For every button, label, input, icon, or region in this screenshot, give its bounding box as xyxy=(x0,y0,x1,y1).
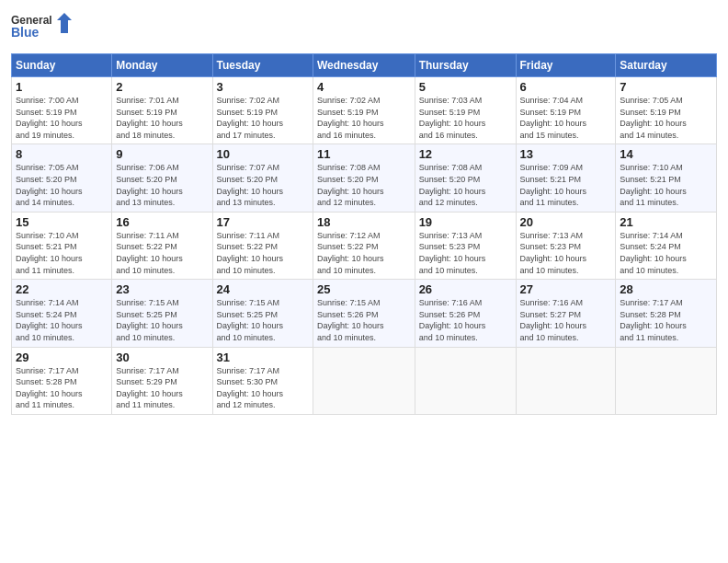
calendar-cell: 28Sunrise: 7:17 AM Sunset: 5:28 PM Dayli… xyxy=(616,280,717,347)
day-number: 13 xyxy=(520,147,612,161)
day-number: 25 xyxy=(317,282,411,296)
day-number: 30 xyxy=(116,350,208,364)
calendar-cell: 10Sunrise: 7:07 AM Sunset: 5:20 PM Dayli… xyxy=(212,144,313,212)
weekday-header: Tuesday xyxy=(212,54,313,77)
calendar-table: SundayMondayTuesdayWednesdayThursdayFrid… xyxy=(11,53,717,415)
day-number: 26 xyxy=(419,282,512,296)
day-info: Sunrise: 7:08 AM Sunset: 5:20 PM Dayligh… xyxy=(317,162,411,208)
calendar-cell: 17Sunrise: 7:11 AM Sunset: 5:22 PM Dayli… xyxy=(212,212,313,279)
day-info: Sunrise: 7:10 AM Sunset: 5:21 PM Dayligh… xyxy=(620,162,712,208)
day-number: 5 xyxy=(419,80,512,94)
day-info: Sunrise: 7:17 AM Sunset: 5:29 PM Dayligh… xyxy=(116,365,208,411)
calendar-cell: 4Sunrise: 7:02 AM Sunset: 5:19 PM Daylig… xyxy=(313,77,415,144)
day-number: 7 xyxy=(620,80,712,94)
day-info: Sunrise: 7:12 AM Sunset: 5:22 PM Dayligh… xyxy=(317,230,411,276)
calendar-cell: 11Sunrise: 7:08 AM Sunset: 5:20 PM Dayli… xyxy=(313,144,415,212)
calendar-cell: 25Sunrise: 7:15 AM Sunset: 5:26 PM Dayli… xyxy=(313,280,415,347)
day-info: Sunrise: 7:06 AM Sunset: 5:20 PM Dayligh… xyxy=(116,162,208,208)
day-info: Sunrise: 7:04 AM Sunset: 5:19 PM Dayligh… xyxy=(520,95,612,141)
logo-svg: General Blue xyxy=(11,9,75,46)
weekday-header: Monday xyxy=(112,54,212,77)
svg-text:Blue: Blue xyxy=(11,25,40,40)
day-info: Sunrise: 7:03 AM Sunset: 5:19 PM Dayligh… xyxy=(419,95,512,141)
calendar-cell: 7Sunrise: 7:05 AM Sunset: 5:19 PM Daylig… xyxy=(616,77,717,144)
day-number: 19 xyxy=(419,215,512,229)
day-info: Sunrise: 7:00 AM Sunset: 5:19 PM Dayligh… xyxy=(16,95,108,141)
calendar-cell: 23Sunrise: 7:15 AM Sunset: 5:25 PM Dayli… xyxy=(112,280,212,347)
day-number: 1 xyxy=(16,80,108,94)
calendar-cell xyxy=(516,347,616,414)
day-info: Sunrise: 7:14 AM Sunset: 5:24 PM Dayligh… xyxy=(16,297,108,343)
calendar-cell: 15Sunrise: 7:10 AM Sunset: 5:21 PM Dayli… xyxy=(12,212,112,279)
calendar-cell: 29Sunrise: 7:17 AM Sunset: 5:28 PM Dayli… xyxy=(12,347,112,414)
calendar-cell: 2Sunrise: 7:01 AM Sunset: 5:19 PM Daylig… xyxy=(112,77,212,144)
day-number: 11 xyxy=(317,147,411,161)
day-number: 3 xyxy=(217,80,309,94)
weekday-header: Saturday xyxy=(616,54,717,77)
calendar-cell: 30Sunrise: 7:17 AM Sunset: 5:29 PM Dayli… xyxy=(112,347,212,414)
day-info: Sunrise: 7:07 AM Sunset: 5:20 PM Dayligh… xyxy=(217,162,309,208)
page-container: General Blue SundayMondayTuesdayWednesda… xyxy=(0,0,728,563)
day-number: 28 xyxy=(620,282,712,296)
day-number: 4 xyxy=(317,80,411,94)
calendar-cell: 24Sunrise: 7:15 AM Sunset: 5:25 PM Dayli… xyxy=(212,280,313,347)
day-info: Sunrise: 7:02 AM Sunset: 5:19 PM Dayligh… xyxy=(217,95,309,141)
calendar-cell: 12Sunrise: 7:08 AM Sunset: 5:20 PM Dayli… xyxy=(415,144,516,212)
day-number: 9 xyxy=(116,147,208,161)
calendar-cell: 9Sunrise: 7:06 AM Sunset: 5:20 PM Daylig… xyxy=(112,144,212,212)
day-info: Sunrise: 7:17 AM Sunset: 5:30 PM Dayligh… xyxy=(217,365,309,411)
day-number: 21 xyxy=(620,215,712,229)
day-number: 8 xyxy=(16,147,108,161)
calendar-cell: 13Sunrise: 7:09 AM Sunset: 5:21 PM Dayli… xyxy=(516,144,616,212)
day-info: Sunrise: 7:08 AM Sunset: 5:20 PM Dayligh… xyxy=(419,162,512,208)
svg-marker-2 xyxy=(57,13,72,33)
calendar-week-row: 1Sunrise: 7:00 AM Sunset: 5:19 PM Daylig… xyxy=(12,77,717,144)
calendar-cell xyxy=(415,347,516,414)
calendar-cell: 3Sunrise: 7:02 AM Sunset: 5:19 PM Daylig… xyxy=(212,77,313,144)
day-info: Sunrise: 7:16 AM Sunset: 5:26 PM Dayligh… xyxy=(419,297,512,343)
day-info: Sunrise: 7:15 AM Sunset: 5:25 PM Dayligh… xyxy=(217,297,309,343)
day-number: 2 xyxy=(116,80,208,94)
day-info: Sunrise: 7:10 AM Sunset: 5:21 PM Dayligh… xyxy=(16,230,108,276)
day-number: 12 xyxy=(419,147,512,161)
logo: General Blue xyxy=(11,9,75,46)
day-info: Sunrise: 7:17 AM Sunset: 5:28 PM Dayligh… xyxy=(620,297,712,343)
calendar-cell: 18Sunrise: 7:12 AM Sunset: 5:22 PM Dayli… xyxy=(313,212,415,279)
weekday-header: Wednesday xyxy=(313,54,415,77)
day-number: 14 xyxy=(620,147,712,161)
day-number: 23 xyxy=(116,282,208,296)
day-info: Sunrise: 7:01 AM Sunset: 5:19 PM Dayligh… xyxy=(116,95,208,141)
day-info: Sunrise: 7:16 AM Sunset: 5:27 PM Dayligh… xyxy=(520,297,612,343)
calendar-cell: 5Sunrise: 7:03 AM Sunset: 5:19 PM Daylig… xyxy=(415,77,516,144)
calendar-week-row: 15Sunrise: 7:10 AM Sunset: 5:21 PM Dayli… xyxy=(12,212,717,279)
day-number: 6 xyxy=(520,80,612,94)
calendar-cell: 14Sunrise: 7:10 AM Sunset: 5:21 PM Dayli… xyxy=(616,144,717,212)
day-number: 29 xyxy=(16,350,108,364)
day-info: Sunrise: 7:15 AM Sunset: 5:25 PM Dayligh… xyxy=(116,297,208,343)
day-number: 10 xyxy=(217,147,309,161)
calendar-week-row: 29Sunrise: 7:17 AM Sunset: 5:28 PM Dayli… xyxy=(12,347,717,414)
day-info: Sunrise: 7:09 AM Sunset: 5:21 PM Dayligh… xyxy=(520,162,612,208)
day-number: 31 xyxy=(217,350,309,364)
day-info: Sunrise: 7:02 AM Sunset: 5:19 PM Dayligh… xyxy=(317,95,411,141)
calendar-cell: 19Sunrise: 7:13 AM Sunset: 5:23 PM Dayli… xyxy=(415,212,516,279)
calendar-week-row: 8Sunrise: 7:05 AM Sunset: 5:20 PM Daylig… xyxy=(12,144,717,212)
day-number: 16 xyxy=(116,215,208,229)
day-number: 24 xyxy=(217,282,309,296)
day-info: Sunrise: 7:13 AM Sunset: 5:23 PM Dayligh… xyxy=(419,230,512,276)
calendar-cell: 8Sunrise: 7:05 AM Sunset: 5:20 PM Daylig… xyxy=(12,144,112,212)
calendar-cell: 1Sunrise: 7:00 AM Sunset: 5:19 PM Daylig… xyxy=(12,77,112,144)
calendar-cell: 22Sunrise: 7:14 AM Sunset: 5:24 PM Dayli… xyxy=(12,280,112,347)
calendar-cell xyxy=(616,347,717,414)
day-info: Sunrise: 7:05 AM Sunset: 5:20 PM Dayligh… xyxy=(16,162,108,208)
day-info: Sunrise: 7:14 AM Sunset: 5:24 PM Dayligh… xyxy=(620,230,712,276)
calendar-cell: 27Sunrise: 7:16 AM Sunset: 5:27 PM Dayli… xyxy=(516,280,616,347)
calendar-cell: 20Sunrise: 7:13 AM Sunset: 5:23 PM Dayli… xyxy=(516,212,616,279)
calendar-cell: 6Sunrise: 7:04 AM Sunset: 5:19 PM Daylig… xyxy=(516,77,616,144)
calendar-cell: 26Sunrise: 7:16 AM Sunset: 5:26 PM Dayli… xyxy=(415,280,516,347)
weekday-header: Sunday xyxy=(12,54,112,77)
calendar-cell: 16Sunrise: 7:11 AM Sunset: 5:22 PM Dayli… xyxy=(112,212,212,279)
calendar-week-row: 22Sunrise: 7:14 AM Sunset: 5:24 PM Dayli… xyxy=(12,280,717,347)
day-info: Sunrise: 7:17 AM Sunset: 5:28 PM Dayligh… xyxy=(16,365,108,411)
weekday-header: Friday xyxy=(516,54,616,77)
